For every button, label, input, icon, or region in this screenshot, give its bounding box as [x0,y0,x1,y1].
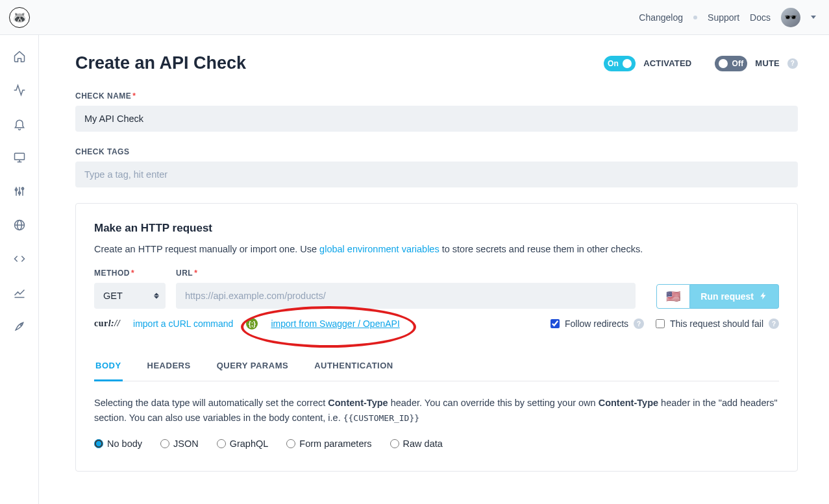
svg-point-12 [20,324,22,326]
nav-support[interactable]: Support [708,12,739,23]
toggle-knob-icon [623,59,632,68]
bolt-icon [759,291,768,302]
activity-icon[interactable] [12,83,27,97]
nav-changelog[interactable]: Changelog [639,12,683,23]
select-caret-icon [154,293,159,299]
main-content: Create an API Check On ACTIVATED Off MUT… [39,35,829,504]
http-request-card: Make an HTTP request Create an HTTP requ… [75,203,798,472]
user-menu-caret-icon[interactable] [811,16,816,19]
chart-icon[interactable] [12,285,27,300]
activated-label: ACTIVATED [643,58,691,68]
card-heading: Make an HTTP request [94,222,779,235]
import-swagger-link[interactable]: import from Swagger / OpenAPI [271,318,399,329]
globe-icon[interactable] [12,218,27,232]
body-type-radios: No body JSON GraphQL Form parameters Raw… [94,438,779,449]
method-label: METHOD* [94,269,166,278]
toggle-knob-icon [719,59,728,68]
tab-authentication[interactable]: AUTHENTICATION [313,361,395,381]
toggle-on-label: On [608,59,619,68]
radio-no-body[interactable]: No body [94,438,142,449]
url-input[interactable] [176,283,636,309]
body-tab-description: Selecting the data type will automatical… [94,396,779,426]
sidebar [0,35,39,504]
radio-graphql[interactable]: GraphQL [217,438,269,449]
user-avatar[interactable]: 🕶️ [781,8,800,27]
help-icon[interactable]: ? [787,58,798,69]
curl-logo-icon: curl:// [94,318,120,329]
follow-redirects-checkbox[interactable] [551,319,560,328]
url-label: URL* [176,269,636,278]
request-tabs: BODY HEADERS QUERY PARAMS AUTHENTICATION [94,361,779,381]
topbar: 🦝 Changelog Support Docs 🕶️ [0,0,829,35]
help-icon[interactable]: ? [769,318,779,329]
should-fail-checkbox[interactable] [656,319,665,328]
run-request-label: Run request [700,291,754,302]
code-icon[interactable] [12,252,27,266]
app-logo[interactable]: 🦝 [9,7,30,28]
home-icon[interactable] [12,49,27,64]
toggle-off-label: Off [732,59,743,68]
separator-dot [693,16,697,19]
run-request-button[interactable]: Run request [690,284,779,309]
check-tags-label: CHECK TAGS [75,147,798,156]
tab-body[interactable]: BODY [94,361,123,381]
should-fail-option[interactable]: This request should fail ? [656,318,779,329]
nav-docs[interactable]: Docs [750,12,771,23]
radio-form-params[interactable]: Form parameters [286,438,371,449]
method-select[interactable]: GET [94,283,166,309]
method-value: GET [103,291,123,301]
follow-redirects-label: Follow redirects [565,318,628,329]
check-tags-input[interactable] [75,162,798,187]
location-flag-button[interactable]: 🇺🇸 [656,284,690,309]
card-description: Create an HTTP request manually or impor… [94,244,779,254]
activated-toggle[interactable]: On [604,56,636,71]
svg-rect-0 [14,153,24,160]
bell-icon[interactable] [12,117,27,131]
swagger-icon: {;} [246,318,258,330]
page-title: Create an API Check [75,53,246,73]
check-name-label: CHECK NAME* [75,91,798,101]
sliders-icon[interactable] [12,184,27,198]
radio-raw-data[interactable]: Raw data [390,438,443,449]
tab-query-params[interactable]: QUERY PARAMS [216,361,290,381]
mute-label: MUTE [755,58,780,68]
check-name-input[interactable] [75,106,798,132]
radio-json[interactable]: JSON [160,438,199,449]
monitor-icon[interactable] [12,150,27,165]
follow-redirects-option[interactable]: Follow redirects ? [551,318,644,329]
rocket-icon[interactable] [12,319,27,333]
mute-toggle[interactable]: Off [715,56,747,71]
should-fail-label: This request should fail [670,318,763,329]
help-icon[interactable]: ? [634,318,644,329]
global-env-variables-link[interactable]: global environment variables [319,244,439,254]
import-curl-link[interactable]: import a cURL command [133,318,233,329]
tab-headers[interactable]: HEADERS [146,361,192,381]
